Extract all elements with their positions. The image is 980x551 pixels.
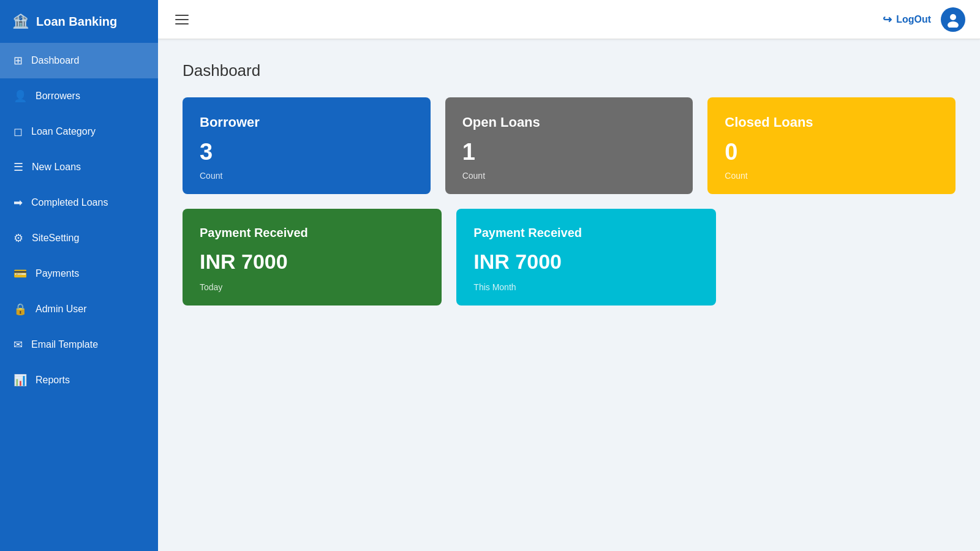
logout-label: LogOut xyxy=(896,14,931,25)
payment-today-card-title: Payment Received xyxy=(200,226,424,240)
topbar-right: ↪ LogOut xyxy=(883,7,965,32)
sidebar-label-loan-category: Loan Category xyxy=(31,126,96,137)
sidebar-label-new-loans: New Loans xyxy=(32,162,81,173)
sidebar-label-admin-user: Admin User xyxy=(36,304,87,315)
hamburger-button[interactable] xyxy=(173,12,191,27)
brand-icon: 🏦 xyxy=(12,13,29,29)
avatar[interactable] xyxy=(941,7,965,32)
sidebar-item-borrowers[interactable]: 👤 Borrowers xyxy=(0,78,158,114)
sidebar-nav: ⊞ Dashboard 👤 Borrowers ◻ Loan Category … xyxy=(0,43,158,551)
sidebar-item-completed-loans[interactable]: ➡ Completed Loans xyxy=(0,185,158,220)
open-loans-card-label: Count xyxy=(462,171,676,181)
sidebar-label-completed-loans: Completed Loans xyxy=(31,197,108,208)
borrower-card-label: Count xyxy=(200,171,413,181)
sidebar-item-new-loans[interactable]: ☰ New Loans xyxy=(0,149,158,185)
sidebar-item-loan-category[interactable]: ◻ Loan Category xyxy=(0,114,158,149)
sidebar-item-admin-user[interactable]: 🔒 Admin User xyxy=(0,291,158,327)
open-loans-card-value: 1 xyxy=(462,139,676,165)
logout-button[interactable]: ↪ LogOut xyxy=(883,13,931,26)
logout-icon: ↪ xyxy=(883,13,892,26)
loan-category-icon: ◻ xyxy=(13,125,23,138)
borrower-card-title: Borrower xyxy=(200,114,413,130)
closed-loans-card: Closed Loans 0 Count xyxy=(707,97,956,194)
payment-today-card-label: Today xyxy=(200,282,424,292)
sidebar-label-reports: Reports xyxy=(36,375,70,386)
svg-point-1 xyxy=(948,21,959,28)
topbar: ↪ LogOut xyxy=(158,0,980,39)
sidebar-item-payments[interactable]: 💳 Payments xyxy=(0,256,158,291)
closed-loans-card-value: 0 xyxy=(725,139,938,165)
sidebar-label-borrowers: Borrowers xyxy=(36,91,80,102)
new-loans-icon: ☰ xyxy=(13,160,23,174)
closed-loans-card-title: Closed Loans xyxy=(725,114,938,130)
topbar-left xyxy=(173,12,191,27)
sidebar-label-email-template: Email Template xyxy=(31,339,98,350)
payment-month-card-value: INR 7000 xyxy=(473,250,698,274)
borrowers-icon: 👤 xyxy=(13,89,27,103)
dashboard-content: Dashboard Borrower 3 Count Open Loans 1 … xyxy=(158,39,980,551)
borrower-card: Borrower 3 Count xyxy=(183,97,431,194)
sidebar-brand: 🏦 Loan Banking xyxy=(0,0,158,43)
sidebar: 🏦 Loan Banking ⊞ Dashboard 👤 Borrowers ◻… xyxy=(0,0,158,551)
payment-today-card-value: INR 7000 xyxy=(200,250,424,274)
empty-slot xyxy=(731,209,956,305)
borrower-card-value: 3 xyxy=(200,139,413,165)
payments-icon: 💳 xyxy=(13,267,27,280)
sidebar-label-payments: Payments xyxy=(36,268,79,279)
admin-user-icon: 🔒 xyxy=(13,302,27,316)
sidebar-item-reports[interactable]: 📊 Reports xyxy=(0,362,158,398)
payment-cards-row: Payment Received INR 7000 Today Payment … xyxy=(183,209,956,305)
closed-loans-card-label: Count xyxy=(725,171,938,181)
sidebar-item-dashboard[interactable]: ⊞ Dashboard xyxy=(0,43,158,78)
sidebar-item-site-setting[interactable]: ⚙ SiteSetting xyxy=(0,220,158,256)
main-content: ↪ LogOut Dashboard Borrower 3 Count Open… xyxy=(158,0,980,551)
top-cards-row: Borrower 3 Count Open Loans 1 Count Clos… xyxy=(183,97,956,194)
reports-icon: 📊 xyxy=(13,373,27,387)
open-loans-card: Open Loans 1 Count xyxy=(445,97,693,194)
avatar-icon xyxy=(945,12,961,28)
page-title: Dashboard xyxy=(183,61,956,80)
site-setting-icon: ⚙ xyxy=(13,231,23,245)
brand-name: Loan Banking xyxy=(36,15,117,29)
payment-month-card-label: This Month xyxy=(473,282,698,292)
completed-loans-icon: ➡ xyxy=(13,196,23,209)
payment-month-card-title: Payment Received xyxy=(473,226,698,240)
payment-month-card: Payment Received INR 7000 This Month xyxy=(456,209,715,305)
hamburger-line-3 xyxy=(175,23,189,24)
svg-point-0 xyxy=(950,14,956,20)
payment-today-card: Payment Received INR 7000 Today xyxy=(183,209,442,305)
sidebar-label-dashboard: Dashboard xyxy=(31,55,79,66)
hamburger-line-1 xyxy=(175,15,189,16)
open-loans-card-title: Open Loans xyxy=(462,114,676,130)
sidebar-label-site-setting: SiteSetting xyxy=(32,233,79,244)
email-template-icon: ✉ xyxy=(13,338,23,351)
dashboard-icon: ⊞ xyxy=(13,54,23,67)
sidebar-item-email-template[interactable]: ✉ Email Template xyxy=(0,327,158,362)
hamburger-line-2 xyxy=(175,19,189,20)
